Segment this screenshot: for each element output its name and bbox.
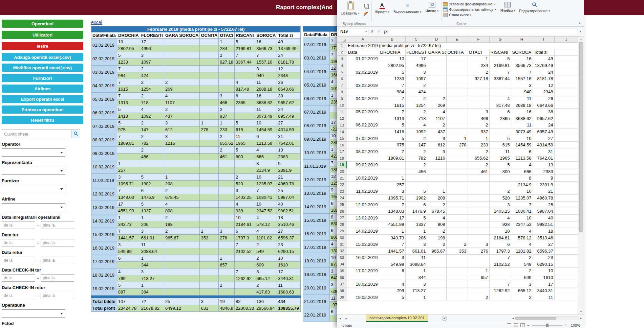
cell-F27[interactable] (468, 214, 489, 221)
cell-C17[interactable]: 2 (405, 148, 427, 155)
cell-H33[interactable]: 2 (511, 254, 533, 261)
horizontal-scroll-thumb[interactable] (515, 317, 556, 320)
cell-H37[interactable]: 3 (511, 281, 533, 287)
cell-J38[interactable] (554, 287, 578, 294)
cell-F16[interactable]: 233 (468, 142, 489, 148)
cell-D13[interactable]: 2 (427, 122, 446, 128)
cell-E35[interactable] (446, 267, 468, 274)
cell-J28[interactable] (554, 221, 578, 228)
name-box[interactable]: N19 ▾ (339, 28, 368, 35)
cell-C37[interactable]: 3 (405, 281, 427, 287)
cell-G5[interactable]: 7 (489, 69, 511, 75)
search-button[interactable] (71, 130, 80, 138)
cell-A36[interactable] (347, 274, 379, 281)
cell-J12[interactable] (554, 115, 578, 122)
cell-A35[interactable]: 17.02.2019 (347, 267, 379, 274)
cell-F28[interactable] (468, 221, 489, 228)
excel-export-link[interactable]: excel (91, 20, 102, 25)
cell-D24[interactable]: 208 (427, 195, 446, 202)
cell-D32[interactable]: 965.67 (427, 248, 446, 254)
sidebar-button-modifica-operatii-excel-csv[interactable]: Modifica operatii excel(.csv) (2, 64, 83, 72)
cell-A26[interactable] (347, 208, 379, 215)
cell-E28[interactable] (446, 221, 468, 228)
scroll-left-icon[interactable]: ◂ (512, 317, 514, 320)
cell-H9[interactable]: 11 (511, 95, 533, 102)
row-header-38[interactable]: 38 (337, 287, 347, 294)
cell-D7[interactable] (427, 82, 446, 89)
sidebar-button-iesire[interactable]: Iesire (2, 42, 83, 50)
cell-B30[interactable]: 343.73 (379, 234, 405, 241)
cell-F30[interactable] (468, 234, 489, 241)
date-to-input-data-check-in-retur[interactable] (41, 292, 74, 299)
cell-F19[interactable]: 2 (468, 162, 489, 168)
cell-E17[interactable] (446, 148, 468, 155)
column-header-I[interactable]: I (533, 37, 554, 42)
cell-E4[interactable] (446, 62, 468, 69)
cell-H27[interactable]: 10 (511, 214, 533, 221)
date-to-input-data-inregistrarii-operatiunii[interactable] (41, 221, 74, 229)
cell-B16[interactable]: 975 (379, 142, 405, 148)
row-header-36[interactable]: 36 (337, 274, 347, 281)
row-header-7[interactable]: 7 (337, 82, 347, 89)
cell-F24[interactable] (468, 195, 489, 202)
row-header-19[interactable]: 19 (337, 162, 347, 168)
row-header-2[interactable]: 2 (337, 49, 347, 56)
cell-J16[interactable] (554, 142, 578, 148)
zoom-slider-thumb[interactable] (546, 324, 549, 327)
cell-D19[interactable] (427, 162, 446, 168)
cell-D28[interactable]: 808 (427, 221, 446, 228)
cell-I4[interactable]: 13769.49 (533, 62, 554, 69)
cell-J26[interactable] (554, 208, 578, 215)
cell-C15[interactable]: 2 (405, 135, 427, 142)
cell-D34[interactable] (427, 261, 446, 268)
cell-D3[interactable] (427, 55, 446, 62)
cell-C26[interactable]: 1476.9 (405, 208, 427, 215)
page-break-view-icon[interactable] (520, 323, 525, 327)
column-header-J[interactable]: J (554, 37, 578, 42)
cell-D21[interactable] (427, 175, 446, 182)
cell-I26[interactable]: 5987.04 (533, 208, 554, 215)
cell-I7[interactable]: 12 (533, 82, 554, 89)
cell-E14[interactable] (446, 128, 468, 135)
cell-C32[interactable]: 661.01 (405, 248, 427, 254)
formula-input[interactable] (390, 28, 578, 35)
cell-D16[interactable]: 612 (427, 142, 446, 148)
cell-D18[interactable]: 1216 (427, 155, 446, 162)
cell-D14[interactable]: 437 (427, 128, 446, 135)
cell-I12[interactable]: 9657.62 (533, 115, 554, 122)
cell-F10[interactable] (468, 102, 489, 109)
date-from-input-data-check-in-retur[interactable] (2, 292, 35, 299)
number-menu-button[interactable]: 12 Число▾ (424, 1, 441, 14)
cell-I13[interactable]: 24 (533, 122, 554, 128)
cell-C36[interactable]: 344 (405, 274, 427, 281)
cell-B28[interactable]: 4551.99 (379, 221, 405, 228)
cell-C24[interactable]: 1902 (405, 195, 427, 202)
date-from-input-data-retur[interactable] (2, 257, 35, 264)
cell-J36[interactable] (554, 274, 578, 281)
cell-E13[interactable] (446, 122, 468, 128)
cells-menu-button[interactable]: Ячейки▾ (498, 1, 517, 14)
cell-A27[interactable]: 13.02.2019 (347, 214, 379, 221)
column-header-G[interactable]: G (489, 37, 511, 42)
cell-I17[interactable]: 31 (533, 148, 554, 155)
cell-G14[interactable] (489, 128, 511, 135)
cell-G33[interactable]: 7 (489, 254, 511, 261)
zoom-in-button[interactable]: + (565, 323, 567, 328)
cell-B33[interactable]: 3 (379, 254, 405, 261)
normal-view-icon[interactable] (507, 323, 511, 327)
cell-A31[interactable]: 15.02.2019 (347, 241, 379, 248)
cell-J14[interactable] (554, 128, 578, 135)
cell-E10[interactable] (446, 102, 468, 109)
cell-F33[interactable] (468, 254, 489, 261)
cell-B3[interactable]: 10 (379, 55, 405, 62)
cell-D12[interactable]: 1107 (427, 115, 446, 122)
cell-I8[interactable]: 2348 (533, 89, 554, 95)
cell-C20[interactable]: 456 (405, 168, 427, 175)
cell-E24[interactable] (446, 195, 468, 202)
cell-J20[interactable] (554, 168, 578, 175)
cell-J31[interactable] (554, 241, 578, 248)
filter-select-operator[interactable] (2, 148, 65, 157)
row-header-14[interactable]: 14 (337, 128, 347, 135)
cell-A8[interactable] (347, 89, 379, 95)
filter-select-airline[interactable] (2, 203, 65, 211)
